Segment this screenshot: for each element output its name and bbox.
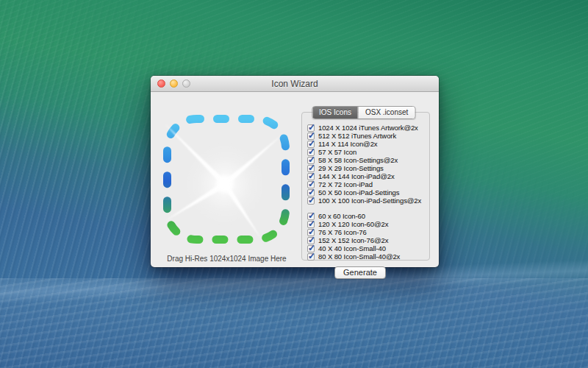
icon-size-label: 72 X 72 Icon-iPad (318, 180, 373, 188)
checkbox[interactable] (307, 253, 315, 261)
tab-osx-iconset[interactable]: OSX .iconset (358, 107, 415, 118)
window-title: Icon Wizard (151, 79, 439, 89)
icon-size-row[interactable]: 40 X 40 Icon-Small-40 (302, 244, 429, 252)
window-content: Drag Hi-Res 1024x1024 Image Here IOS Ico… (151, 92, 439, 267)
icon-size-label: 50 X 50 Icon-iPad-Settings (318, 188, 399, 197)
icon-size-group-2: 60 x 60 Icon-60 120 X 120 Icon-60@2x 76 … (302, 212, 429, 261)
icon-size-label: 152 X 152 Icon-76@2x (318, 236, 388, 244)
tab-bar: IOS Icons OSX .iconset (312, 106, 415, 119)
icon-size-label: 60 x 60 Icon-60 (318, 212, 365, 220)
wave-base-texture (0, 278, 588, 368)
icon-size-label: 29 X 29 Icon-Settings (318, 164, 384, 172)
icon-size-row[interactable]: 72 X 72 Icon-iPad (302, 180, 429, 188)
icon-size-row[interactable]: 80 X 80 Icon-Small-40@2x (302, 252, 429, 261)
icon-size-label: 58 X 58 Icon-Settings@2x (318, 156, 398, 164)
icon-size-label: 57 X 57 Icon (318, 148, 356, 156)
icon-size-row[interactable]: 57 X 57 Icon (302, 148, 429, 156)
icon-size-row[interactable]: 120 X 120 Icon-60@2x (302, 220, 429, 228)
icon-size-row[interactable]: 29 X 29 Icon-Settings (302, 164, 429, 172)
icon-size-label: 120 X 120 Icon-60@2x (318, 220, 388, 228)
checkbox[interactable] (307, 197, 315, 205)
icon-size-label: 80 X 80 Icon-Small-40@2x (318, 252, 400, 261)
star-flare-image (164, 123, 282, 238)
dropzone-caption: Drag Hi-Res 1024x1024 Image Here (154, 255, 299, 263)
icon-size-label: 114 X 114 Icon@2x (318, 140, 377, 148)
icon-size-row[interactable]: 144 X 144 Icon-iPad@2x (302, 172, 429, 180)
icon-size-label: 144 X 144 Icon-iPad@2x (318, 172, 395, 180)
icon-size-row[interactable]: 1024 X 1024 iTunes Artwork@2x (302, 124, 429, 132)
icon-size-row[interactable]: 114 X 114 Icon@2x (302, 140, 429, 148)
screen: Icon Wizard (0, 0, 588, 368)
icon-size-label: 40 X 40 Icon-Small-40 (318, 244, 386, 252)
icon-size-row[interactable]: 58 X 58 Icon-Settings@2x (302, 156, 429, 164)
icon-size-label: 100 X 100 Icon-iPad-Settings@2x (318, 197, 421, 205)
icon-size-label: 1024 X 1024 iTunes Artwork@2x (318, 124, 418, 132)
icon-size-row[interactable]: 512 X 512 iTunes Artwork (302, 132, 429, 140)
icon-size-row[interactable]: 100 X 100 Icon-iPad-Settings@2x (302, 197, 429, 205)
dropzone-drop-target[interactable] (160, 112, 293, 247)
icon-size-row[interactable]: 152 X 152 Icon-76@2x (302, 236, 429, 244)
icon-wizard-window: Icon Wizard (151, 76, 439, 267)
tab-ios-icons[interactable]: IOS Icons (312, 107, 358, 118)
icon-size-row[interactable]: 60 x 60 Icon-60 (302, 212, 429, 220)
titlebar[interactable]: Icon Wizard (151, 76, 439, 92)
generate-button[interactable]: Generate (334, 266, 386, 279)
icon-size-label: 512 X 512 iTunes Artwork (318, 132, 396, 140)
icon-size-label: 76 X 76 Icon-76 (318, 228, 367, 236)
icon-sizes-box: IOS Icons OSX .iconset 1024 X 1024 iTune… (301, 112, 430, 261)
icon-size-row[interactable]: 50 X 50 Icon-iPad-Settings (302, 188, 429, 197)
icon-size-row[interactable]: 76 X 76 Icon-76 (302, 228, 429, 236)
icon-size-group-1: 1024 X 1024 iTunes Artwork@2x 512 X 512 … (302, 124, 429, 205)
